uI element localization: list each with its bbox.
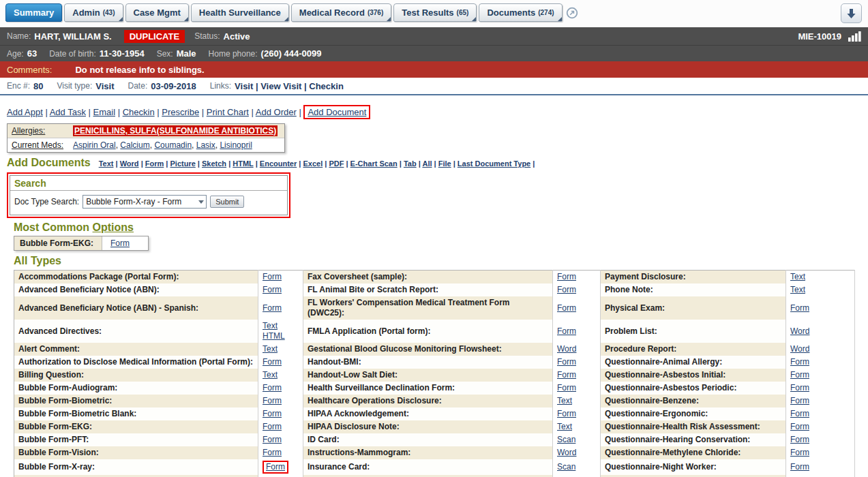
- format-link-e-chart-scan[interactable]: E-Chart Scan: [350, 159, 398, 168]
- format-link-picture[interactable]: Picture: [170, 159, 196, 168]
- doc-link-questionnaire-animal-allergy-form[interactable]: Form: [790, 357, 809, 367]
- med-link-coumadin[interactable]: Coumadin: [154, 140, 192, 150]
- doc-link-questionnaire-methylene-chloride-form[interactable]: Form: [790, 448, 809, 457]
- doc-link-questionnaire-night-worker-form[interactable]: Form: [790, 462, 809, 472]
- tab-summary[interactable]: Summary: [5, 3, 62, 22]
- doc-link-healthcare-operations-disclosure-text[interactable]: Text: [557, 396, 572, 405]
- doc-link-authorization-to-disclose-medical-information-portal-form-form[interactable]: Form: [263, 357, 282, 367]
- doc-link-accommodations-package-portal-form-form[interactable]: Form: [263, 272, 282, 281]
- doc-link-questionnaire-ergonomic-form[interactable]: Form: [790, 409, 809, 418]
- action-add-order[interactable]: Add Order: [256, 107, 297, 117]
- format-link-html[interactable]: HTML: [233, 159, 253, 168]
- action-prescribe[interactable]: Prescribe: [162, 107, 199, 117]
- action-add-task[interactable]: Add Task: [50, 107, 86, 117]
- doc-link-health-surveillance-declination-form-form[interactable]: Form: [557, 383, 576, 393]
- doc-link-questionnaire-benzene-form[interactable]: Form: [790, 396, 809, 405]
- med-link-lasix[interactable]: Lasix: [196, 140, 215, 150]
- doc-link-questionnaire-hearing-conservation-form[interactable]: Form: [790, 435, 809, 444]
- doc-link-advanced-directives-text[interactable]: Text: [263, 321, 299, 331]
- enc-link-visit[interactable]: Visit: [235, 81, 253, 91]
- med-link-lisinopril[interactable]: Lisinopril: [220, 140, 252, 150]
- format-link-sketch[interactable]: Sketch: [202, 159, 226, 168]
- doc-link-fl-workers-compensation-medical-treatment-form-dwc25-form[interactable]: Form: [557, 303, 576, 313]
- combo-dropdown-icon[interactable]: [198, 200, 204, 204]
- format-link-file[interactable]: File: [438, 159, 451, 168]
- pop-out-circle-icon[interactable]: [566, 7, 578, 22]
- doc-type-link-cell: Form: [553, 407, 601, 420]
- doc-link-handout-low-salt-diet-form[interactable]: Form: [557, 370, 576, 380]
- doc-link-alert-comment-text[interactable]: Text: [263, 344, 278, 354]
- doc-link-hipaa-acknowledgement-form[interactable]: Form: [557, 409, 576, 418]
- collapse-header-button[interactable]: [841, 3, 862, 23]
- format-link-word[interactable]: Word: [120, 159, 139, 168]
- doc-link-bubble-form-biometric-form[interactable]: Form: [263, 396, 282, 405]
- format-link-last-document-type[interactable]: Last Document Type: [458, 159, 530, 168]
- doc-link-fmla-application-portal-form-form[interactable]: Form: [557, 326, 576, 336]
- doc-link-questionnaire-asbestos-periodic-form[interactable]: Form: [790, 383, 809, 393]
- doc-type-label: Questionnaire-Health Risk Assessment:: [601, 420, 786, 433]
- action-email[interactable]: Email: [93, 107, 116, 117]
- tab-medical-record[interactable]: Medical Record(376): [291, 3, 391, 22]
- doc-link-instructions-mammogram-word[interactable]: Word: [557, 448, 576, 457]
- format-link-form[interactable]: Form: [145, 159, 164, 168]
- doc-link-bubble-form-audiogram-form[interactable]: Form: [263, 383, 282, 393]
- doc-link-phone-note-text[interactable]: Text: [790, 285, 805, 294]
- doc-link-bubble-form-x-ray-form[interactable]: Form: [266, 462, 285, 472]
- doc-link-payment-disclosure-text[interactable]: Text: [790, 272, 805, 281]
- status-label: Status:: [194, 31, 220, 41]
- doc-link-procedure-report-word[interactable]: Word: [790, 344, 809, 354]
- doc-link-physical-exam-form[interactable]: Form: [790, 303, 809, 313]
- doc-link-problem-list-word[interactable]: Word: [790, 326, 809, 336]
- allergies-link[interactable]: Allergies:: [12, 126, 45, 136]
- format-link-encounter[interactable]: Encounter: [260, 159, 297, 168]
- doc-link-bubble-form-ekg-form[interactable]: Form: [263, 422, 282, 431]
- med-link-calcium[interactable]: Calcium: [120, 140, 149, 150]
- tab-test-results[interactable]: Test Results(65): [393, 3, 477, 22]
- doc-type-label: Bubble Form-X-ray:: [14, 459, 258, 475]
- doc-link-bubble-form-biometric-blank-form[interactable]: Form: [263, 409, 282, 418]
- most-common-form-link[interactable]: Form: [110, 238, 130, 248]
- submit-button[interactable]: Submit: [210, 196, 244, 208]
- doc-link-bubble-form-vision-form[interactable]: Form: [263, 448, 282, 457]
- format-link-pdf[interactable]: PDF: [329, 159, 344, 168]
- doc-link-fl-animal-bite-or-scratch-report-form[interactable]: Form: [557, 285, 576, 294]
- doc-link-advanced-directives-html[interactable]: HTML: [263, 331, 299, 341]
- doc-type-label: Questionnaire-Ergonomic:: [601, 407, 786, 420]
- format-link-tab[interactable]: Tab: [404, 159, 417, 168]
- doc-link-billing-question-text[interactable]: Text: [263, 370, 278, 380]
- enc-link-checkin[interactable]: Checkin: [309, 81, 344, 91]
- bar-chart-icon[interactable]: [848, 31, 861, 42]
- action-add-appt[interactable]: Add Appt: [7, 107, 43, 117]
- doc-type-label: Handout-BMI:: [303, 356, 553, 369]
- format-link-text[interactable]: Text: [99, 159, 114, 168]
- current-meds-link[interactable]: Current Meds:: [12, 140, 63, 150]
- doc-link-insurance-card-scan[interactable]: Scan: [557, 462, 575, 472]
- format-link-excel[interactable]: Excel: [303, 159, 323, 168]
- tab-case-mgmt[interactable]: Case Mgmt: [125, 3, 189, 22]
- most-common-options-link[interactable]: Options: [93, 221, 134, 233]
- doc-link-fax-coversheet-sample-form[interactable]: Form: [557, 272, 576, 281]
- doc-link-bubble-form-pft-form[interactable]: Form: [263, 435, 282, 444]
- action-checkin[interactable]: Checkin: [123, 107, 155, 117]
- doc-link-questionnaire-health-risk-assessment-form[interactable]: Form: [790, 422, 809, 431]
- action-print-chart[interactable]: Print Chart: [207, 107, 249, 117]
- doc-type-label: Authorization to Disclose Medical Inform…: [14, 356, 258, 369]
- duplicate-badge[interactable]: DUPLICATE: [124, 30, 185, 43]
- med-link-aspirin-oral[interactable]: Aspirin Oral: [73, 140, 116, 150]
- doc-link-hipaa-disclosure-note-text[interactable]: Text: [557, 422, 572, 431]
- doc-type-label: Procedure Report:: [601, 343, 786, 356]
- doc-link-questionnaire-asbestos-initial-form[interactable]: Form: [790, 370, 809, 380]
- doc-link-id-card-scan[interactable]: Scan: [557, 435, 575, 444]
- tab-admin[interactable]: Admin(43): [64, 3, 123, 22]
- tab-health-surveillance[interactable]: Health Surveillance: [191, 3, 289, 22]
- doc-link-advanced-beneficiary-notice-abn-form[interactable]: Form: [263, 285, 282, 294]
- format-link-all[interactable]: All: [422, 159, 432, 168]
- doc-type-search-input[interactable]: [83, 195, 207, 209]
- tab-documents[interactable]: Documents(274): [479, 3, 562, 22]
- doc-link-advanced-beneficiary-notice-abn-spanish-form[interactable]: Form: [263, 303, 282, 313]
- allergy-alert-link[interactable]: PENICILLINS, SULFA(SULFONAMIDE ANTIBIOTI…: [73, 125, 278, 136]
- doc-link-handout-bmi-form[interactable]: Form: [557, 357, 576, 367]
- enc-link-view-visit[interactable]: View Visit: [260, 81, 301, 91]
- action-add-document[interactable]: Add Document: [308, 107, 366, 117]
- doc-link-gestational-blood-glucose-monitoring-flowsheet-word[interactable]: Word: [557, 344, 576, 354]
